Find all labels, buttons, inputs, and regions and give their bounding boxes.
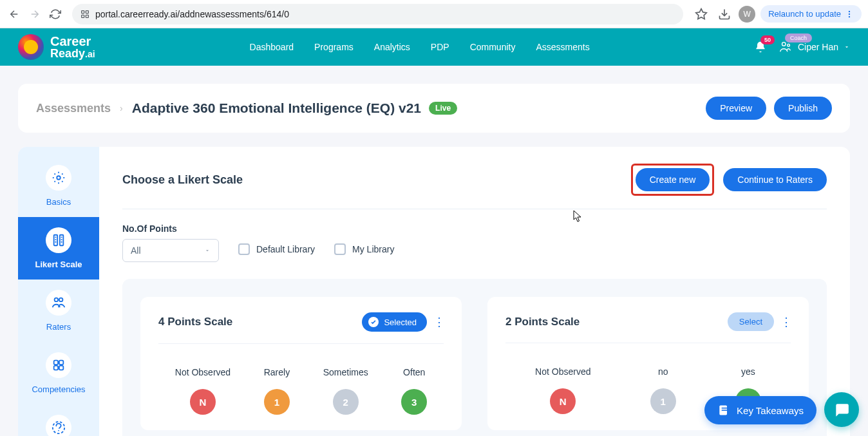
back-button[interactable]	[6, 6, 22, 22]
scale-card-title: 2 Points Scale	[505, 316, 580, 328]
publish-button[interactable]: Publish	[774, 97, 832, 120]
points-filter-value: All	[131, 245, 141, 256]
svg-point-7	[782, 43, 786, 46]
nav-community[interactable]: Community	[470, 42, 516, 52]
svg-point-9	[57, 176, 61, 180]
svg-rect-16	[54, 366, 58, 370]
svg-rect-2	[82, 15, 84, 17]
role-badge: Coach	[785, 33, 812, 43]
point-circle: 3	[401, 389, 427, 415]
chevron-down-icon	[844, 44, 850, 50]
svg-point-8	[788, 44, 790, 46]
status-badge: Live	[429, 102, 457, 115]
breadcrumb-separator: ›	[120, 103, 123, 113]
menu-dots-icon	[845, 10, 854, 19]
sidebar-item-competencies[interactable]: Competencies	[18, 342, 99, 404]
nav-pdp[interactable]: PDP	[431, 42, 449, 52]
download-icon[interactable]	[715, 5, 733, 23]
svg-point-6	[849, 15, 850, 17]
logo[interactable]: Career Ready.ai	[18, 34, 95, 60]
scale-card-title: 4 Points Scale	[158, 316, 232, 328]
point-rarely: Rarely 1	[264, 367, 290, 415]
scale-card-4-points: 4 Points Scale Selected ⋮	[140, 297, 462, 430]
svg-rect-15	[59, 361, 63, 365]
sidebar-item-basics[interactable]: Basics	[18, 155, 99, 217]
svg-point-13	[59, 298, 63, 302]
my-library-checkbox[interactable]: My Library	[334, 243, 394, 255]
app-header: Career Ready.ai Dashboard Programs Analy…	[0, 28, 868, 66]
scale-menu-button[interactable]: ⋮	[433, 315, 444, 329]
svg-point-12	[55, 298, 59, 302]
site-settings-icon	[80, 9, 90, 19]
svg-rect-20	[722, 408, 727, 409]
chat-button[interactable]	[824, 392, 859, 427]
points-filter-label: No.Of Points	[122, 223, 219, 234]
point-sometimes: Sometimes 2	[323, 367, 368, 415]
nav-assessments[interactable]: Assessments	[536, 42, 589, 52]
nav-programs[interactable]: Programs	[314, 42, 354, 52]
check-icon	[368, 317, 379, 327]
highlighted-create-new: Create new	[631, 164, 715, 196]
notifications-button[interactable]: 50	[754, 41, 767, 53]
main-nav: Dashboard Programs Analytics PDP Communi…	[250, 42, 590, 52]
note-icon	[717, 404, 730, 417]
selected-button[interactable]: Selected	[362, 312, 427, 332]
preview-button[interactable]: Preview	[706, 97, 766, 120]
nav-analytics[interactable]: Analytics	[374, 42, 410, 52]
point-circle: N	[190, 389, 216, 415]
scale-icon	[46, 227, 71, 253]
checkbox-icon	[238, 243, 250, 255]
browser-toolbar: portal.careerready.ai/addnewassessments/…	[0, 0, 868, 28]
scale-menu-button[interactable]: ⋮	[780, 315, 791, 329]
key-takeaways-button[interactable]: Key Takeaways	[704, 396, 816, 424]
sidebar-item-more[interactable]	[18, 404, 99, 436]
sidebar-item-raters[interactable]: Raters	[18, 280, 99, 342]
question-icon	[46, 415, 71, 436]
sidebar-item-likert-scale[interactable]: Likert Scale	[18, 217, 99, 280]
filter-row: No.Of Points All Default Library My Libr…	[122, 223, 827, 262]
continue-to-raters-button[interactable]: Continue to Raters	[723, 168, 827, 191]
breadcrumb-root[interactable]: Assessments	[36, 102, 111, 115]
point-no: no 1	[650, 366, 676, 414]
svg-rect-0	[82, 10, 84, 13]
svg-rect-17	[59, 366, 63, 370]
chevron-down-icon	[204, 247, 211, 254]
point-circle: 2	[333, 389, 359, 415]
create-new-button[interactable]: Create new	[636, 168, 710, 191]
point-often: Often 3	[401, 367, 427, 415]
profile-avatar[interactable]: W	[739, 6, 755, 23]
points-filter-select[interactable]: All	[122, 239, 219, 262]
default-library-checkbox[interactable]: Default Library	[238, 243, 315, 255]
forward-button[interactable]	[27, 6, 42, 22]
point-circle: 1	[650, 388, 676, 414]
page-title: Adaptive 360 Emotional Intelligence (EQ)…	[132, 100, 421, 116]
point-not-observed: Not Observed N	[175, 367, 231, 415]
point-circle: 1	[264, 389, 290, 415]
relaunch-button[interactable]: Relaunch to update	[760, 5, 862, 23]
user-name: Ciper Han	[798, 42, 838, 52]
bookmark-star-icon[interactable]	[692, 5, 710, 23]
sidebar: Basics Likert Scale Raters Competencies	[18, 147, 99, 436]
address-bar[interactable]: portal.careerready.ai/addnewassessments/…	[72, 4, 683, 24]
svg-point-5	[849, 13, 850, 14]
people-icon	[46, 290, 71, 316]
svg-rect-3	[86, 15, 88, 17]
relaunch-label: Relaunch to update	[768, 9, 841, 19]
logo-icon	[18, 34, 44, 60]
gear-icon	[46, 165, 71, 191]
checkbox-icon	[334, 243, 346, 255]
notification-count: 50	[760, 35, 775, 44]
grid-icon	[46, 352, 71, 378]
nav-dashboard[interactable]: Dashboard	[250, 42, 294, 52]
page-header: Assessments › Adaptive 360 Emotional Int…	[18, 84, 850, 133]
svg-point-4	[849, 10, 850, 12]
url-text: portal.careerready.ai/addnewassessments/…	[95, 9, 289, 19]
main-panel: Basics Likert Scale Raters Competencies	[18, 147, 850, 436]
reload-button[interactable]	[48, 6, 63, 22]
point-not-observed: Not Observed N	[535, 366, 590, 414]
section-title: Choose a Likert Scale	[122, 173, 243, 187]
svg-rect-14	[54, 361, 58, 365]
content-area: Choose a Likert Scale Create new Continu…	[99, 147, 850, 436]
select-button[interactable]: Select	[728, 312, 774, 331]
user-menu[interactable]: Coach Ciper Han	[778, 40, 850, 54]
